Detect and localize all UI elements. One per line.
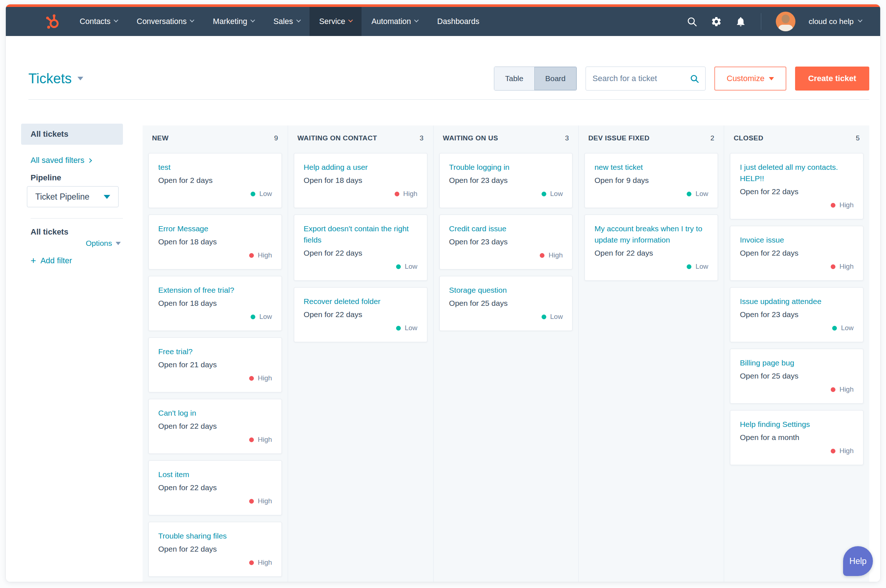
priority-label: Low (550, 313, 563, 321)
ticket-card[interactable]: test Open for 2 days Low (149, 153, 282, 208)
board-view-button[interactable]: Board (534, 67, 577, 90)
ticket-card[interactable]: Extension of free trial? Open for 18 day… (149, 276, 282, 331)
nav-item-automation[interactable]: Automation (362, 7, 427, 36)
ticket-card[interactable]: Trouble sharing files Open for 22 days H… (149, 522, 282, 577)
ticket-title-link[interactable]: Storage question (449, 284, 563, 296)
ticket-card[interactable]: Lost item Open for 22 days High (149, 460, 282, 515)
ticket-card[interactable]: Export doesn't contain the right fields … (294, 214, 427, 281)
table-view-button[interactable]: Table (494, 67, 534, 90)
ticket-card[interactable]: Help finding Settings Open for a month H… (730, 410, 863, 465)
ticket-card[interactable]: Help adding a user Open for 18 days High (294, 153, 427, 208)
account-menu[interactable]: cloud co help (808, 17, 861, 26)
brand-top-stripe (6, 4, 880, 7)
ticket-age: Open for 21 days (158, 359, 272, 370)
ticket-priority: High (304, 189, 417, 198)
priority-dot-icon (832, 326, 837, 330)
priority-dot-icon (687, 264, 691, 269)
ticket-card[interactable]: new test ticket Open for 9 days Low (584, 153, 718, 208)
search-input[interactable] (593, 74, 689, 83)
notifications-bell-icon[interactable] (735, 16, 746, 27)
nav-item-contacts[interactable]: Contacts (70, 7, 127, 36)
ticket-title-link[interactable]: I just deleted all my contacts. HELP!! (740, 162, 854, 184)
board-column: CLOSED 5 I just deleted all my contacts.… (724, 126, 869, 582)
add-filter-button[interactable]: +Add filter (30, 255, 72, 266)
ticket-age: Open for 23 days (449, 175, 563, 186)
ticket-title-link[interactable]: test (158, 162, 272, 173)
ticket-card[interactable]: Recover deleted folder Open for 22 days … (294, 287, 427, 342)
priority-label: High (839, 447, 854, 455)
options-menu[interactable]: Options (86, 239, 121, 248)
nav-utilities: cloud co help (686, 7, 880, 36)
ticket-title-link[interactable]: Extension of free trial? (158, 284, 272, 296)
ticket-title-link[interactable]: My account breaks when I try to update m… (594, 223, 708, 246)
ticket-title-link[interactable]: Error Message (158, 223, 272, 234)
ticket-title-link[interactable]: Credit card issue (449, 223, 563, 234)
ticket-card[interactable]: Invoice issue Open for 22 days High (730, 226, 863, 281)
ticket-card[interactable]: Trouble logging in Open for 23 days Low (439, 153, 573, 208)
ticket-card[interactable]: My account breaks when I try to update m… (584, 214, 718, 281)
ticket-card[interactable]: Error Message Open for 18 days High (149, 214, 282, 270)
ticket-card[interactable]: I just deleted all my contacts. HELP!! O… (730, 153, 863, 219)
help-button[interactable]: Help (843, 546, 873, 576)
column-count: 3 (420, 134, 424, 142)
priority-label: Low (405, 262, 417, 270)
add-filter-label: Add filter (41, 256, 72, 266)
hubspot-logo-icon[interactable] (6, 7, 70, 36)
ticket-priority: Low (304, 324, 417, 332)
priority-label: High (839, 386, 854, 393)
priority-dot-icon (831, 449, 835, 453)
ticket-board: NEW 9 test Open for 2 days Low Error Mes… (143, 126, 869, 582)
ticket-title-link[interactable]: new test ticket (594, 162, 708, 173)
ticket-card[interactable]: Storage question Open for 25 days Low (439, 276, 573, 331)
chevron-right-icon (87, 158, 92, 163)
nav-item-conversations[interactable]: Conversations (127, 7, 203, 36)
priority-dot-icon (249, 376, 254, 381)
ticket-priority: High (158, 251, 272, 260)
nav-item-dashboards[interactable]: Dashboards (427, 7, 489, 36)
ticket-card[interactable]: Free trial? Open for 21 days High (149, 338, 282, 392)
column-name: NEW (152, 134, 169, 142)
ticket-title-link[interactable]: Export doesn't contain the right fields (304, 223, 417, 246)
pipeline-select[interactable]: Ticket Pipeline (27, 186, 119, 207)
sidebar-item-all-tickets[interactable]: All tickets (21, 124, 123, 145)
ticket-priority: High (740, 201, 854, 210)
all-saved-filters-link[interactable]: All saved filters (30, 156, 91, 165)
priority-dot-icon (396, 264, 401, 269)
customize-button[interactable]: Customize (714, 66, 786, 90)
ticket-priority: Low (594, 189, 708, 198)
priority-label: High (839, 262, 854, 270)
column-header: CLOSED 5 (724, 126, 869, 148)
create-ticket-button[interactable]: Create ticket (795, 66, 869, 90)
priority-label: Low (695, 190, 708, 198)
ticket-title-link[interactable]: Lost item (158, 469, 272, 480)
ticket-card[interactable]: Can't log in Open for 22 days High (149, 399, 282, 454)
caret-down-icon (78, 77, 83, 80)
ticket-priority: Low (594, 262, 708, 271)
ticket-title-link[interactable]: Invoice issue (740, 234, 854, 246)
ticket-card[interactable]: Credit card issue Open for 23 days High (439, 214, 573, 270)
page-title[interactable]: Tickets (29, 71, 83, 87)
ticket-title-link[interactable]: Issue updating attendee (740, 296, 854, 307)
ticket-title-link[interactable]: Recover deleted folder (304, 296, 417, 307)
ticket-title-link[interactable]: Trouble sharing files (158, 530, 272, 542)
board-column: DEV ISSUE FIXED 2 new test ticket Open f… (579, 126, 724, 582)
nav-item-marketing[interactable]: Marketing (203, 7, 263, 36)
settings-gear-icon[interactable] (711, 16, 722, 27)
ticket-title-link[interactable]: Billing page bug (740, 357, 854, 368)
ticket-age: Open for 18 days (158, 236, 272, 247)
column-cards: I just deleted all my contacts. HELP!! O… (724, 148, 869, 465)
ticket-title-link[interactable]: Help finding Settings (740, 418, 854, 430)
nav-item-service[interactable]: Service (309, 7, 362, 36)
ticket-card[interactable]: Billing page bug Open for 25 days High (730, 349, 863, 404)
priority-label: High (403, 190, 417, 198)
search-icon[interactable] (689, 74, 700, 84)
ticket-title-link[interactable]: Trouble logging in (449, 162, 563, 173)
search-icon[interactable] (686, 16, 698, 27)
ticket-priority: High (449, 251, 563, 260)
nav-item-sales[interactable]: Sales (264, 7, 309, 36)
ticket-title-link[interactable]: Can't log in (158, 407, 272, 418)
avatar[interactable] (776, 12, 796, 31)
ticket-title-link[interactable]: Help adding a user (304, 162, 417, 173)
ticket-card[interactable]: Issue updating attendee Open for 23 days… (730, 287, 863, 342)
ticket-title-link[interactable]: Free trial? (158, 346, 272, 357)
